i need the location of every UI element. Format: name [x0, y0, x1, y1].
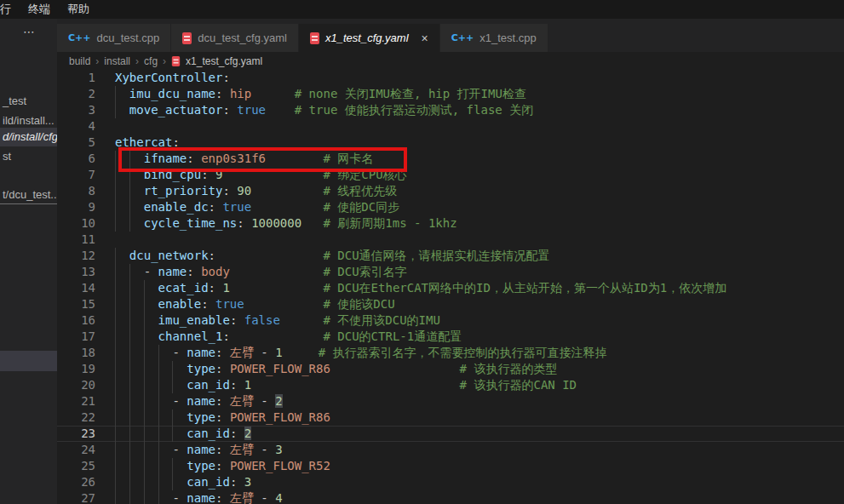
editor-tab[interactable]: x1_test.cpp	[440, 24, 548, 52]
code-line[interactable]: 22 type: POWER_FLOW_R86	[57, 410, 844, 426]
breadcrumb-separator-icon: ›	[163, 55, 166, 67]
indent-guide	[115, 215, 116, 232]
line-number[interactable]: 12	[57, 248, 95, 264]
code-line[interactable]: 16 imu_enable: false # 不使用该DCU的IMU	[57, 312, 844, 329]
line-number[interactable]: 20	[57, 377, 95, 393]
code-content: type: POWER_FLOW_R52	[115, 458, 330, 474]
sidebar-item[interactable]: st	[0, 147, 57, 166]
indent-guide	[129, 167, 130, 183]
indent-guide	[115, 248, 116, 264]
indent-guide	[129, 215, 130, 232]
line-number[interactable]: 7	[57, 167, 95, 183]
code-line[interactable]: 10 cycle_time_ns: 1000000 # 刷新周期1ms - 1k…	[57, 215, 844, 232]
indent-guide	[172, 410, 173, 426]
line-number[interactable]: 17	[57, 329, 95, 345]
menu-item-0[interactable]: 行	[0, 2, 20, 17]
sidebar-item[interactable]: t/dcu_test...	[0, 186, 57, 204]
line-number[interactable]: 11	[57, 232, 95, 248]
code-content: - name: 左臂 - 2	[115, 393, 283, 410]
breadcrumb-separator-icon: ›	[135, 55, 139, 67]
line-number[interactable]: 8	[57, 183, 95, 199]
menu-item-1[interactable]: 终端	[20, 2, 59, 17]
code-content: bind_cpu: 9 # 绑定CPU核心	[115, 167, 407, 183]
line-number[interactable]: 21	[57, 393, 95, 410]
code-line[interactable]: 6 ifname: enp0s31f6 # 网卡名	[57, 151, 844, 167]
line-number[interactable]: 23	[57, 426, 95, 442]
breadcrumb-file[interactable]: x1_test_cfg.yaml	[186, 55, 262, 67]
indent-guide	[115, 329, 116, 345]
indent-guide	[144, 426, 145, 442]
line-number[interactable]: 15	[57, 296, 95, 312]
code-line[interactable]: 17 channel_1: # DCU的CTRL-1通道配置	[57, 329, 844, 345]
breadcrumb-segment[interactable]: cfg	[144, 55, 158, 67]
editor-tab[interactable]: dcu_test_cfg.yaml	[171, 24, 299, 52]
line-number[interactable]: 25	[57, 458, 95, 474]
code-line[interactable]: 4	[57, 118, 844, 135]
line-number[interactable]: 16	[57, 312, 95, 329]
editor-tab[interactable]: dcu_test.cpp	[57, 24, 171, 52]
menu-item-2[interactable]: 帮助	[59, 2, 98, 17]
code-line[interactable]: 19 type: POWER_FLOW_R86 # 该执行器的类型	[57, 361, 844, 377]
sidebar-item[interactable]: _test	[0, 92, 57, 111]
code-line[interactable]: 9 enable_dc: true # 使能DC同步	[57, 199, 844, 215]
line-number[interactable]: 9	[57, 199, 95, 215]
code-line[interactable]: 3 move_actuator: true # true 使能执行器运动测试, …	[57, 102, 844, 118]
code-line[interactable]: 24 - name: 左臂 - 3	[57, 442, 844, 458]
line-number[interactable]: 6	[57, 151, 95, 167]
indent-guide	[129, 377, 130, 393]
line-number[interactable]: 5	[57, 135, 95, 151]
line-number[interactable]: 14	[57, 280, 95, 296]
code-line[interactable]: 13 - name: body # DCU索引名字	[57, 264, 844, 280]
line-number[interactable]: 10	[57, 215, 95, 232]
indent-guide	[129, 296, 130, 312]
indent-guide	[115, 151, 116, 167]
code-line[interactable]: 5ethercat:	[57, 135, 844, 151]
line-number[interactable]: 26	[57, 474, 95, 490]
code-line[interactable]: 12 dcu_network: # DCU通信网络，请根据实机连接情况配置	[57, 248, 844, 264]
indent-guide	[115, 361, 116, 377]
line-number[interactable]: 3	[57, 102, 95, 118]
sidebar-item[interactable]: d/install/cfg	[0, 128, 57, 146]
indent-guide	[115, 312, 116, 329]
code-content: - name: 左臂 - 3	[115, 442, 283, 458]
indent-guide	[129, 442, 130, 458]
indent-guide	[144, 458, 145, 474]
code-line[interactable]: 15 enable: true # 使能该DCU	[57, 296, 844, 312]
line-number[interactable]: 4	[57, 118, 95, 135]
line-number[interactable]: 1	[57, 70, 95, 86]
code-content: - name: 左臂 - 4	[115, 490, 283, 504]
line-number[interactable]: 18	[57, 345, 95, 361]
code-content: type: POWER_FLOW_R86 # 该执行器的类型	[115, 361, 557, 377]
menu-bar: 行终端帮助	[0, 0, 844, 19]
line-number[interactable]: 13	[57, 264, 95, 280]
line-number[interactable]: 19	[57, 361, 95, 377]
code-line[interactable]: 11	[57, 232, 844, 248]
code-line[interactable]: 18 - name: 左臂 - 1 # 执行器索引名字，不需要控制的执行器可直接…	[57, 345, 844, 361]
close-icon[interactable]: ×	[422, 32, 428, 44]
line-number[interactable]: 2	[57, 86, 95, 102]
line-number[interactable]: 27	[57, 490, 95, 504]
indent-guide	[115, 426, 116, 442]
code-line[interactable]: 26 can_id: 3	[57, 474, 844, 490]
indent-guide	[172, 377, 173, 393]
code-line[interactable]: 23 can_id: 2	[57, 426, 844, 442]
more-actions-icon[interactable]: ⋯	[23, 25, 36, 38]
code-line[interactable]: 14 ecat_id: 1 # DCU在EtherCAT网络中的ID，从主站开始…	[57, 280, 844, 296]
line-number[interactable]: 22	[57, 410, 95, 426]
code-line[interactable]: 7 bind_cpu: 9 # 绑定CPU核心	[57, 167, 844, 183]
code-line[interactable]: 2 imu_dcu_name: hip # none 关闭IMU检查, hip …	[57, 86, 844, 102]
breadcrumb-segment[interactable]: install	[104, 55, 130, 67]
code-line[interactable]: 25 type: POWER_FLOW_R52	[57, 458, 844, 474]
code-editor[interactable]: 1XyberController:2 imu_dcu_name: hip # n…	[57, 70, 844, 504]
sidebar-selected-row[interactable]	[0, 351, 57, 371]
line-number[interactable]: 24	[57, 442, 95, 458]
code-line[interactable]: 8 rt_priority: 90 # 线程优先级	[57, 183, 844, 199]
code-line[interactable]: 20 can_id: 1 # 该执行器的CAN ID	[57, 377, 844, 393]
code-line[interactable]: 21 - name: 左臂 - 2	[57, 393, 844, 410]
editor-tab[interactable]: x1_test_cfg.yaml×	[299, 24, 440, 52]
cpp-file-icon	[68, 32, 91, 43]
indent-guide	[129, 280, 130, 296]
breadcrumb-segment[interactable]: build	[69, 55, 90, 67]
code-line[interactable]: 1XyberController:	[57, 70, 844, 86]
code-line[interactable]: 27 - name: 左臂 - 4	[57, 490, 844, 504]
